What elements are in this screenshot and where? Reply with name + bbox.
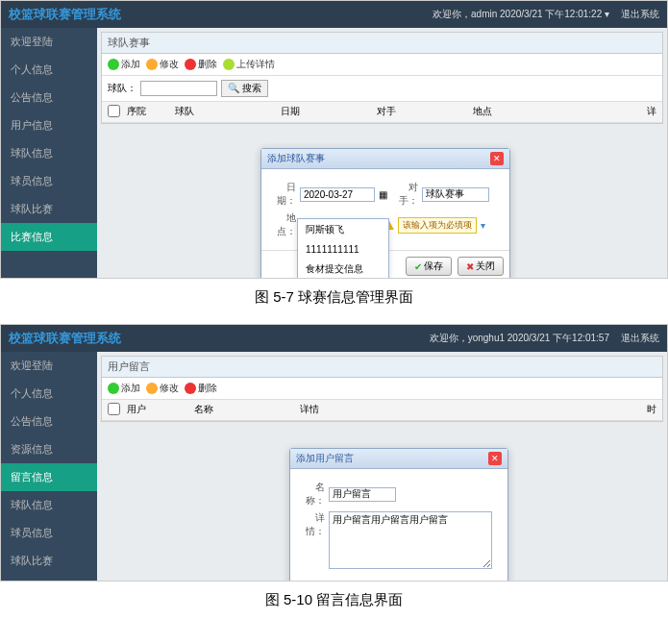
select-all-checkbox[interactable] <box>108 403 120 415</box>
sidebar-item[interactable]: 公告信息 <box>1 84 97 111</box>
delete-button[interactable]: 删除 <box>185 58 217 71</box>
welcome-text: 欢迎你，yonghu1 2020/3/21 下午12:01:57 <box>430 332 609 345</box>
chevron-down-icon[interactable]: ▾ <box>481 220 485 231</box>
welcome-text: 欢迎你，admin 2020/3/21 下午12:01:22 ▾ <box>433 8 609 21</box>
search-button[interactable]: 🔍 搜索 <box>221 80 268 97</box>
table-header: 序院 球队 日期 对手 地点 详 <box>102 102 662 123</box>
dialog-header[interactable]: 添加球队赛事 ✕ <box>261 149 509 169</box>
add-button[interactable]: 添加 <box>108 58 140 71</box>
pencil-icon <box>146 59 158 70</box>
panel: 用户留言 添加 修改 删除 用户 名称 详情 时 <box>101 356 663 422</box>
sidebar-item[interactable]: 用户信息 <box>1 111 97 139</box>
select-all-checkbox[interactable] <box>108 105 120 117</box>
sidebar: 欢迎登陆 个人信息 公告信息 用户信息 球队信息 球员信息 球队比赛 比赛信息 <box>1 28 97 278</box>
figure-caption-1: 图 5-7 球赛信息管理界面 <box>0 279 668 324</box>
required-tip: 该输入项为必填项 <box>398 217 477 234</box>
close-icon[interactable]: ✕ <box>488 452 502 465</box>
sidebar-item[interactable]: 球队比赛 <box>1 547 97 575</box>
date-picker-icon[interactable]: ▦ <box>379 189 387 200</box>
dialog-header[interactable]: 添加用户留言 ✕ <box>290 449 507 469</box>
name-input[interactable] <box>329 487 396 502</box>
plus-icon <box>108 59 119 70</box>
x-icon: ✖ <box>466 261 474 272</box>
logout-link[interactable]: 退出系统 <box>621 332 659 345</box>
close-button[interactable]: ✖关闭 <box>458 257 504 276</box>
sidebar-item[interactable]: 球员信息 <box>1 519 97 547</box>
minus-icon <box>185 383 196 394</box>
dialog-title: 添加用户留言 <box>296 452 354 465</box>
top-bar: 校篮球联赛管理系统 欢迎你，yonghu1 2020/3/21 下午12:01:… <box>1 325 667 352</box>
edit-button[interactable]: 修改 <box>146 382 179 395</box>
add-message-dialog: 添加用户留言 ✕ 名称： 详情： ✔保存 ✖关闭 <box>289 448 508 582</box>
sidebar-item[interactable]: 公告信息 <box>1 408 97 435</box>
opponent-label: 对手： <box>391 181 418 208</box>
upload-button[interactable]: 上传详情 <box>223 58 275 71</box>
dropdown-option[interactable]: 1111111111 <box>298 240 388 259</box>
minus-icon <box>185 59 196 70</box>
sidebar-item[interactable]: 球队比赛 <box>1 195 97 223</box>
sidebar-item-active[interactable]: 留言信息 <box>1 463 97 491</box>
table-header: 用户 名称 详情 时 <box>102 400 662 421</box>
opponent-input[interactable] <box>422 187 489 202</box>
figure-caption-2: 图 5-10 留言信息界面 <box>0 582 668 627</box>
detail-textarea[interactable] <box>329 511 492 569</box>
location-dropdown[interactable]: 阿斯顿飞 1111111111 食材提交信息 资源信息 <box>297 218 389 279</box>
save-button[interactable]: ✔保存 <box>406 257 452 276</box>
check-icon: ✔ <box>414 261 422 272</box>
panel: 球队赛事 添加 修改 删除 上传详情 球队： 🔍 搜索 序院 球队 日期 对手 … <box>101 32 663 124</box>
app-title: 校篮球联赛管理系统 <box>9 330 121 347</box>
search-input[interactable] <box>140 81 217 96</box>
panel-title: 用户留言 <box>102 357 662 378</box>
dropdown-option[interactable]: 食材提交信息 <box>298 259 388 279</box>
delete-button[interactable]: 删除 <box>185 382 217 395</box>
upload-icon <box>223 59 235 70</box>
main-area: 用户留言 添加 修改 删除 用户 名称 详情 时 添加用户留言 ✕ 名称： 详情… <box>97 352 667 581</box>
screenshot-1: 校篮球联赛管理系统 欢迎你，admin 2020/3/21 下午12:01:22… <box>0 0 668 279</box>
name-label: 名称： <box>298 481 325 508</box>
sidebar-item[interactable]: 球员信息 <box>1 167 97 195</box>
detail-label: 详情： <box>298 511 325 538</box>
sidebar-item[interactable]: 球队信息 <box>1 491 97 519</box>
logout-link[interactable]: 退出系统 <box>621 8 659 21</box>
search-row: 球队： 🔍 搜索 <box>102 76 662 102</box>
panel-title: 球队赛事 <box>102 33 662 54</box>
plus-icon <box>108 383 119 394</box>
top-bar: 校篮球联赛管理系统 欢迎你，admin 2020/3/21 下午12:01:22… <box>1 1 667 28</box>
sidebar-item[interactable]: 个人信息 <box>1 380 97 408</box>
dialog-title: 添加球队赛事 <box>267 152 325 165</box>
date-label: 日期： <box>269 181 296 208</box>
dropdown-option[interactable]: 阿斯顿飞 <box>298 219 388 240</box>
main-area: 球队赛事 添加 修改 删除 上传详情 球队： 🔍 搜索 序院 球队 日期 对手 … <box>97 28 667 278</box>
screenshot-2: 校篮球联赛管理系统 欢迎你，yonghu1 2020/3/21 下午12:01:… <box>0 324 668 582</box>
location-label: 地点： <box>269 211 296 238</box>
sidebar: 欢迎登陆 个人信息 公告信息 资源信息 留言信息 球队信息 球员信息 球队比赛 <box>1 352 97 581</box>
date-input[interactable] <box>300 187 375 202</box>
toolbar: 添加 修改 删除 <box>102 378 662 400</box>
sidebar-item[interactable]: 球队信息 <box>1 139 97 167</box>
add-button[interactable]: 添加 <box>108 382 140 395</box>
app-title: 校篮球联赛管理系统 <box>9 6 121 23</box>
sidebar-item-active[interactable]: 比赛信息 <box>1 223 97 251</box>
sidebar-item[interactable]: 资源信息 <box>1 435 97 463</box>
sidebar-item[interactable]: 欢迎登陆 <box>1 352 97 380</box>
pencil-icon <box>146 383 158 394</box>
toolbar: 添加 修改 删除 上传详情 <box>102 54 662 76</box>
sidebar-item[interactable]: 欢迎登陆 <box>1 28 97 56</box>
edit-button[interactable]: 修改 <box>146 58 179 71</box>
close-icon[interactable]: ✕ <box>490 152 504 165</box>
sidebar-item[interactable]: 个人信息 <box>1 56 97 84</box>
search-label: 球队： <box>108 82 136 95</box>
